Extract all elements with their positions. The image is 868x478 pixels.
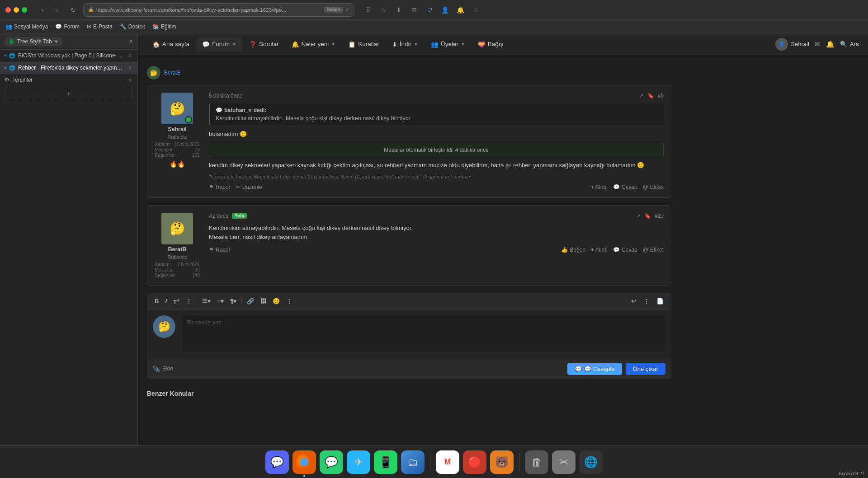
dock: 💬 💬 ✈ 📱 🗂 M 🔴 🐻 🗑 ✂ 🌐 Bugün 09:27	[0, 445, 868, 478]
more-options-button[interactable]: ⋮	[283, 296, 295, 306]
attach-button[interactable]: 📎 Ekle	[153, 366, 173, 372]
edit-btn-9[interactable]: ✏ Düzenle	[236, 184, 262, 190]
image-button[interactable]: 🖼	[258, 296, 269, 306]
mail-icon[interactable]: ✉	[815, 40, 821, 48]
back-button[interactable]: ‹	[36, 4, 49, 16]
tag-btn-10[interactable]: @ Etiket	[643, 247, 664, 253]
share-icon[interactable]: ↗	[636, 213, 641, 219]
number-list-button[interactable]: ≡▾	[214, 296, 226, 306]
editor-body: 🤔	[147, 310, 671, 359]
attach-label: Ekle	[162, 366, 173, 372]
dock-globe[interactable]: 🌐	[579, 450, 603, 474]
author-name-10: BeratB	[168, 246, 187, 253]
preferences-close-button[interactable]: ×	[127, 76, 133, 84]
dock-telegram[interactable]: ✈	[347, 450, 370, 474]
shield-icon[interactable]: 🛡	[423, 4, 436, 16]
nav-whatsnew[interactable]: 🔔 Neler yeni ▼	[286, 37, 341, 52]
dock-gmail[interactable]: M	[436, 450, 459, 474]
paragraph-button[interactable]: ¶▾	[227, 296, 239, 306]
dock-bear[interactable]: 🐻	[490, 450, 514, 474]
dock-whatsapp[interactable]: 📱	[374, 450, 397, 474]
undo-button[interactable]: ↩	[628, 296, 639, 306]
nav-questions[interactable]: ❓ Sorular	[244, 37, 284, 52]
editor-input-area[interactable]	[183, 315, 665, 353]
redo-options-button[interactable]: ⋮	[641, 296, 652, 306]
preferences-label: Tercihler	[12, 77, 33, 83]
dock-trash[interactable]: 🗑	[525, 450, 548, 474]
share-icon[interactable]: ↗	[639, 93, 644, 99]
nav-download[interactable]: ⬇ İndir ▼	[387, 37, 424, 52]
link-button[interactable]: 🔗	[244, 296, 257, 306]
dock-firefox[interactable]	[292, 450, 316, 474]
more-icon[interactable]: ≡	[469, 4, 482, 16]
sidebar: 🌲 Tree Style Tab ▼ × 🌐 BIOS'ta Windows y…	[0, 33, 138, 478]
author-emojis-9: 🔥🔥	[170, 160, 185, 168]
downloads-icon[interactable]: ⬇	[392, 4, 405, 16]
bookmark-icon[interactable]: ☆	[377, 4, 390, 16]
quote-text-9: Kendininkini atmayabilirdin. Mesela çoğu…	[216, 115, 658, 122]
url-bar[interactable]: 🔒 https://www.silicone-forum.com/konu/fi…	[83, 3, 354, 17]
sidebar-preferences[interactable]: ⚙ Tercihler ×	[0, 74, 137, 86]
nav-questions-label: Sorular	[259, 41, 279, 47]
bookmark-eposta[interactable]: ✉ E-Posta	[87, 23, 113, 30]
bold-button[interactable]: B	[152, 296, 161, 306]
grid-icon[interactable]: ⊞	[408, 4, 420, 16]
nav-rules[interactable]: 📋 Kurallar	[343, 37, 385, 52]
post-footer-right-10: 👍 Beğen + Alıntı 💬 Cevap @ Etiket	[561, 247, 664, 253]
reply-btn-9[interactable]: 💬 Cevap	[613, 184, 637, 190]
nav-members[interactable]: 👥 Üyeler ▼	[425, 37, 471, 52]
nav-home[interactable]: 🏠 Ana sayfa	[147, 37, 195, 52]
quote-btn-10[interactable]: + Alıntı	[591, 247, 608, 253]
italic-button[interactable]: I	[162, 296, 170, 306]
dock-fluent[interactable]: 🔴	[463, 450, 486, 474]
bookmark-destek[interactable]: 🔧 Destek	[120, 23, 145, 30]
reply-textarea[interactable]	[183, 315, 665, 351]
dock-scissors[interactable]: ✂	[552, 450, 576, 474]
bookmark-post-icon[interactable]: 🔖	[644, 213, 651, 219]
nav-user[interactable]: 👤 Sehrail	[775, 38, 809, 51]
dock-messages[interactable]: 💬	[320, 450, 343, 474]
bookmark-egitim[interactable]: 📚 Eğitim	[152, 23, 176, 30]
tab-close-button[interactable]: ×	[127, 64, 133, 71]
join-date-10: 2 Nis 2021	[177, 262, 200, 267]
report-btn-9[interactable]: ⚑ Rapor	[209, 184, 231, 190]
sidebar-close-button[interactable]: ×	[129, 37, 133, 46]
sidebar-tab-2[interactable]: 🌐 Rehber - Firefox'da dikey sekmeler yap…	[0, 62, 137, 74]
tab-close-button[interactable]: ×	[127, 52, 133, 59]
nav-search[interactable]: 🔍 Ara	[840, 41, 859, 47]
tree-style-tab-button[interactable]: 🌲 Tree Style Tab ▼	[5, 37, 62, 46]
notification-icon[interactable]: 🔔	[454, 4, 467, 16]
bookmark-sosyal-medya[interactable]: 👥 Sosyal Medya	[5, 23, 48, 30]
reply-submit-button[interactable]: 💬 💬 Cevapla	[567, 363, 622, 375]
reply-btn-10[interactable]: 💬 Cevap	[613, 247, 637, 253]
bullet-list-button[interactable]: ☰▾	[199, 296, 213, 306]
preview-button[interactable]: 📄	[654, 296, 666, 306]
dock-finder[interactable]: 🗂	[401, 450, 425, 474]
bookmark-post-icon[interactable]: 🔖	[647, 93, 654, 99]
profile-icon[interactable]: 👤	[439, 4, 451, 16]
report-btn-10[interactable]: ⚑ Rapor	[209, 247, 231, 253]
sidebar-tab-1[interactable]: 🌐 BIOS'ta Windows yok | Page 5 | Silicon…	[0, 50, 137, 62]
tag-btn-9[interactable]: @ Etiket	[643, 184, 664, 190]
bookmark-forum[interactable]: 💬 Forum	[55, 23, 80, 30]
like-btn-10[interactable]: 👍 Beğen	[561, 247, 585, 253]
emoji-button[interactable]: 😊	[270, 296, 283, 306]
fullscreen-button[interactable]	[22, 7, 27, 13]
nav-donate[interactable]: 💝 Bağış	[472, 37, 509, 52]
promote-button[interactable]: Öne çıkar	[626, 363, 665, 375]
notifications-icon[interactable]: 🔔	[826, 40, 835, 48]
extensions-icon[interactable]: ⠿	[362, 4, 374, 16]
quote-block-9: 💬 batuhan_n dedi: Kendininkini atmayabil…	[209, 103, 664, 125]
quote-btn-9[interactable]: + Alıntı	[591, 184, 608, 190]
add-tab-button[interactable]: +	[5, 88, 133, 100]
minimize-button[interactable]	[14, 7, 19, 13]
content-area[interactable]: 🏠 Ana sayfa 💬 Forum ▼ ❓ Sorular 🔔 Neler …	[138, 33, 868, 478]
dock-discord[interactable]: 💬	[265, 450, 289, 474]
text-size-button[interactable]: T+	[170, 296, 182, 307]
reload-button[interactable]: ↻	[67, 4, 80, 16]
nav-forum[interactable]: 💬 Forum ▼	[197, 37, 242, 52]
similar-topics-title: Benzer Konular	[147, 386, 671, 401]
close-button[interactable]	[5, 7, 11, 13]
format-more-button[interactable]: ⋮	[183, 296, 194, 306]
forward-button[interactable]: ›	[51, 4, 63, 16]
